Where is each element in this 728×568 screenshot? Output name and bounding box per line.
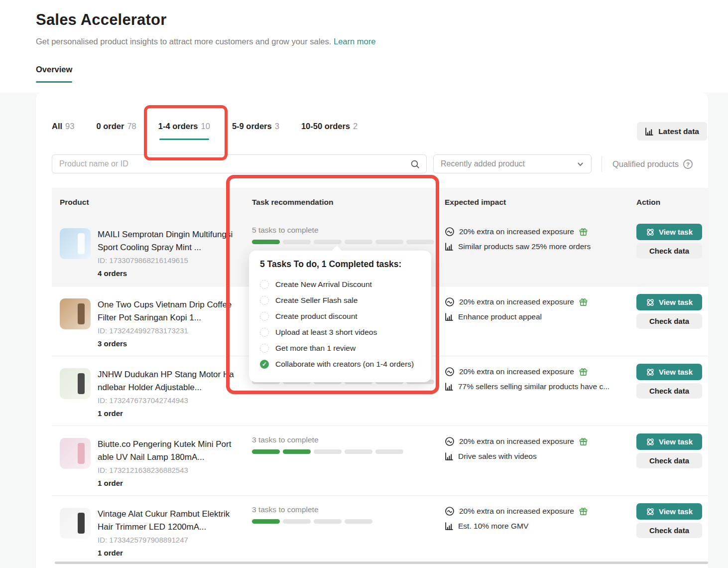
qualified-products-link[interactable]: Qualified products ? — [602, 156, 693, 172]
gift-icon — [579, 507, 588, 516]
check-data-button[interactable]: Check data — [636, 313, 702, 329]
bar-chart-icon — [445, 452, 454, 461]
chevron-down-icon — [577, 160, 584, 168]
progress-segment — [375, 240, 403, 244]
view-task-button[interactable]: View task — [636, 364, 702, 380]
exposure-boost-icon — [445, 297, 455, 307]
search-box — [52, 154, 427, 173]
product-thumbnail[interactable] — [60, 508, 91, 539]
product-name[interactable]: JNHW Dudukan HP Stang Motor Handlebar Ho… — [98, 368, 235, 394]
tab-overview[interactable]: Overview — [36, 65, 72, 83]
column-header-task: Task recommendation — [252, 198, 445, 207]
bar-chart-icon — [445, 312, 454, 321]
progress-segment — [345, 519, 372, 524]
product-thumbnail[interactable] — [60, 228, 91, 259]
filter-tab-0-order[interactable]: 0 order78 — [96, 122, 136, 140]
product-name[interactable]: Vintage Alat Cukur Rambut Elektrik Hair … — [98, 508, 235, 534]
filter-tab-all[interactable]: All93 — [52, 122, 74, 140]
search-icon — [410, 159, 420, 169]
progress-segment — [406, 240, 434, 244]
progress-segment-done — [252, 240, 280, 244]
product-thumbnail[interactable] — [60, 438, 91, 469]
progress-segment — [314, 519, 342, 524]
horizontal-scrollbar[interactable] — [55, 562, 708, 564]
product-id: ID: 1732424992783173231 — [98, 326, 235, 335]
view-task-button[interactable]: View task — [636, 503, 702, 520]
tooltip-task-list: Create New Arrival DiscountCreate Seller… — [260, 277, 420, 372]
progress-segment — [314, 240, 342, 244]
product-name[interactable]: One Two Cups Vietnam Drip Coffee Filter … — [98, 298, 235, 324]
product-image-shape — [78, 303, 85, 324]
task-orbit-icon — [646, 298, 655, 307]
task-progress-bar — [252, 519, 445, 524]
tooltip-task-label: Create product discount — [275, 312, 358, 321]
product-id: ID: 1732121638236882543 — [98, 466, 235, 474]
task-progress-bar — [252, 240, 445, 244]
product-image-shape — [78, 233, 85, 254]
tooltip-task-item: Create Seller Flash sale — [260, 292, 420, 308]
filter-tab-5-9-orders[interactable]: 5-9 orders3 — [232, 122, 279, 140]
product-name[interactable]: Biutte.co Pengering Kutek Mini Portable … — [98, 438, 235, 464]
gift-icon — [579, 297, 588, 307]
product-thumbnail[interactable] — [60, 298, 91, 329]
product-order-count: 3 orders — [98, 339, 235, 348]
check-data-button[interactable]: Check data — [636, 243, 702, 259]
table-row: Biutte.co Pengering Kutek Mini Portable … — [52, 426, 708, 495]
task-orbit-icon — [646, 228, 655, 237]
filter-tab-1-4-orders[interactable]: 1-4 orders10 — [158, 122, 210, 140]
latest-data-button[interactable]: Latest data — [637, 122, 707, 141]
impact-detail-text: 77% sellers selling similar products hav… — [458, 382, 609, 391]
product-image-shape — [78, 513, 85, 534]
product-thumbnail[interactable] — [60, 368, 91, 399]
view-task-button[interactable]: View task — [636, 433, 702, 450]
product-id: ID: 1733079868216149615 — [98, 256, 235, 265]
task-pending-circle-icon — [260, 344, 269, 353]
table-row: Vintage Alat Cukur Rambut Elektrik Hair … — [52, 495, 708, 565]
impact-exposure-text: 20% extra on increased exposure — [459, 297, 574, 306]
product-name[interactable]: MAILI Semprotan Dingin Multifungsi Sport… — [98, 228, 235, 254]
tooltip-task-label: Upload at least 3 short videos — [275, 328, 377, 337]
tooltip-task-item: Create product discount — [260, 308, 420, 324]
tooltip-task-label: Get more than 1 review — [275, 344, 356, 353]
tooltip-task-item: Get more than 1 review — [260, 340, 420, 356]
svg-text:?: ? — [686, 161, 690, 167]
tooltip-task-label: Create New Arrival Discount — [275, 280, 372, 289]
check-data-button[interactable]: Check data — [636, 453, 702, 468]
tooltip-task-item: Upload at least 3 short videos — [260, 324, 420, 340]
exposure-boost-icon — [445, 367, 455, 377]
task-pending-circle-icon — [260, 312, 269, 321]
task-pending-circle-icon — [260, 296, 269, 305]
product-image-shape — [78, 373, 85, 394]
view-task-button[interactable]: View task — [636, 294, 702, 310]
exposure-boost-icon — [445, 227, 455, 237]
impact-exposure-text: 20% extra on increased exposure — [459, 437, 574, 446]
check-data-button[interactable]: Check data — [636, 523, 702, 538]
product-order-count: 4 orders — [98, 269, 235, 278]
task-count-label: 3 tasks to complete — [252, 505, 445, 515]
check-data-button[interactable]: Check data — [636, 383, 702, 399]
impact-exposure-text: 20% extra on increased exposure — [459, 507, 574, 516]
filter-tab-10-50-orders[interactable]: 10-50 orders2 — [301, 122, 358, 140]
task-count-label: 3 tasks to complete — [252, 435, 445, 445]
task-orbit-icon — [646, 368, 655, 377]
progress-segment — [314, 449, 342, 454]
view-task-button[interactable]: View task — [636, 224, 702, 240]
search-input[interactable] — [59, 155, 403, 173]
column-header-product: Product — [52, 198, 252, 207]
task-pending-circle-icon — [260, 280, 269, 289]
progress-segment — [375, 449, 403, 454]
progress-segment-done — [283, 449, 311, 454]
product-image-shape — [78, 443, 85, 464]
tooltip-task-item: Collaborate with creators (on 1-4 orders… — [260, 356, 420, 372]
learn-more-link[interactable]: Learn more — [334, 37, 375, 46]
sort-dropdown[interactable]: Recently added product — [433, 154, 592, 173]
sort-selected-value: Recently added product — [441, 159, 525, 168]
gift-icon — [579, 437, 588, 446]
impact-exposure-text: 20% extra on increased exposure — [459, 367, 574, 376]
impact-detail-text: Similar products saw 25% more orders — [458, 242, 591, 251]
bar-chart-icon — [445, 382, 454, 391]
impact-exposure-text: 20% extra on increased exposure — [459, 227, 574, 236]
impact-detail-text: Est. 10% more GMV — [458, 522, 528, 531]
table-header-row: Product Task recommendation Expected imp… — [52, 188, 708, 216]
progress-segment-done — [252, 519, 280, 524]
